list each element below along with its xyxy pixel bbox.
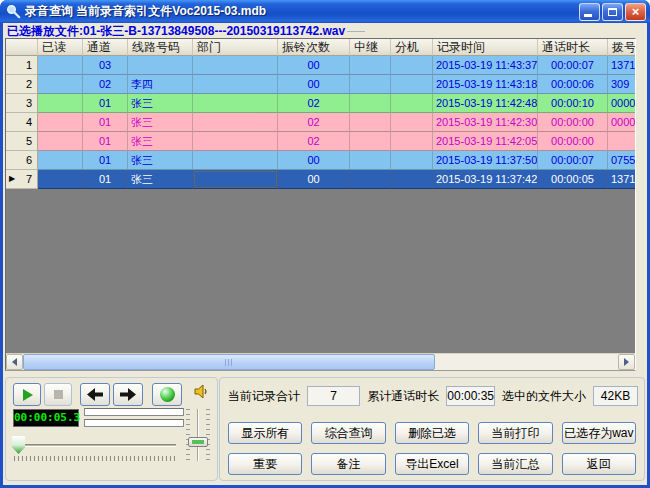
cell-dial[interactable]: 0000222: [608, 94, 635, 113]
cell-trunk[interactable]: [350, 75, 391, 94]
speaker-icon[interactable]: [193, 383, 210, 400]
column-header-trunk[interactable]: 中继: [350, 39, 391, 56]
table-row[interactable]: 401张三022015-03-19 11:42:3000:00:00000022…: [6, 113, 635, 132]
column-header-read[interactable]: 已读: [38, 39, 83, 56]
cell-duration[interactable]: 00:00:00: [538, 132, 608, 151]
cell-line[interactable]: [128, 56, 193, 75]
scroll-right-button[interactable]: [618, 354, 635, 370]
cell-line[interactable]: 张三: [128, 170, 193, 189]
maximize-button[interactable]: [602, 3, 623, 21]
play-button[interactable]: [13, 383, 41, 406]
cell-ext[interactable]: [391, 56, 433, 75]
cell-duration[interactable]: 00:00:05: [538, 170, 608, 189]
row-header-cell[interactable]: 3: [6, 94, 38, 113]
stop-button[interactable]: [44, 383, 72, 406]
cell-dept[interactable]: [193, 170, 278, 189]
cell-rings[interactable]: 00: [278, 56, 350, 75]
cell-dial[interactable]: [608, 132, 635, 151]
print-current-button[interactable]: 当前打印: [478, 422, 552, 444]
scroll-left-button[interactable]: [6, 354, 23, 370]
table-row[interactable]: 202李四002015-03-19 11:43:1800:00:06309: [6, 75, 635, 94]
cell-duration[interactable]: 00:00:10: [538, 94, 608, 113]
table-row[interactable]: 501张三022015-03-19 11:42:0500:00:00: [6, 132, 635, 151]
loop-button[interactable]: [152, 383, 182, 406]
column-header-time[interactable]: 记录时间: [433, 39, 538, 56]
cell-time[interactable]: 2015-03-19 11:42:48: [433, 94, 538, 113]
minimize-button[interactable]: [579, 3, 600, 21]
cell-line[interactable]: 张三: [128, 151, 193, 170]
return-button[interactable]: 返回: [562, 453, 636, 475]
row-header-cell[interactable]: 6: [6, 151, 38, 170]
scrollbar-thumb[interactable]: [23, 354, 435, 370]
cell-dept[interactable]: [193, 113, 278, 132]
cell-line[interactable]: 李四: [128, 75, 193, 94]
seek-thumb[interactable]: [12, 436, 25, 454]
row-header-cell[interactable]: 5: [6, 132, 38, 151]
cell-read[interactable]: [38, 75, 83, 94]
cell-ext[interactable]: [391, 94, 433, 113]
row-header-cell[interactable]: ▶7: [6, 170, 38, 189]
table-row[interactable]: 601张三002015-03-19 11:37:5000:00:07075526…: [6, 151, 635, 170]
header-corner-cell[interactable]: [6, 39, 38, 56]
cell-trunk[interactable]: [350, 151, 391, 170]
cell-time[interactable]: 2015-03-19 11:42:05: [433, 132, 538, 151]
cell-trunk[interactable]: [350, 94, 391, 113]
show-all-button[interactable]: 显示所有: [228, 422, 302, 444]
close-button[interactable]: ×: [625, 3, 646, 21]
cell-line[interactable]: 张三: [128, 132, 193, 151]
cell-rings[interactable]: 00: [278, 170, 350, 189]
cell-read[interactable]: [38, 56, 83, 75]
row-header-cell[interactable]: 2: [6, 75, 38, 94]
cell-ext[interactable]: [391, 170, 433, 189]
cell-channel[interactable]: 01: [83, 170, 128, 189]
cell-dial[interactable]: 1371384: [608, 56, 635, 75]
cell-rings[interactable]: 02: [278, 94, 350, 113]
cell-read[interactable]: [38, 151, 83, 170]
row-header-cell[interactable]: 1: [6, 56, 38, 75]
cell-channel[interactable]: 02: [83, 75, 128, 94]
cell-rings[interactable]: 02: [278, 113, 350, 132]
cell-line[interactable]: 张三: [128, 113, 193, 132]
cell-ext[interactable]: [391, 75, 433, 94]
column-header-dial[interactable]: 拨号: [608, 39, 635, 56]
seek-slider[interactable]: [12, 433, 178, 461]
cell-duration[interactable]: 00:00:07: [538, 151, 608, 170]
horizontal-scrollbar[interactable]: [6, 353, 635, 370]
cell-duration[interactable]: 00:00:07: [538, 56, 608, 75]
cell-ext[interactable]: [391, 151, 433, 170]
combined-query-button[interactable]: 综合查询: [311, 422, 385, 444]
cell-read[interactable]: [38, 94, 83, 113]
cell-ext[interactable]: [391, 132, 433, 151]
cell-time[interactable]: 2015-03-19 11:43:37: [433, 56, 538, 75]
cell-rings[interactable]: 02: [278, 132, 350, 151]
cell-channel[interactable]: 01: [83, 113, 128, 132]
column-header-duration[interactable]: 通话时长: [538, 39, 608, 56]
current-summary-button[interactable]: 当前汇总: [478, 453, 552, 475]
cell-dept[interactable]: [193, 94, 278, 113]
cell-line[interactable]: 张三: [128, 94, 193, 113]
cell-dept[interactable]: [193, 75, 278, 94]
cell-channel[interactable]: 01: [83, 132, 128, 151]
remark-button[interactable]: 备注: [311, 453, 385, 475]
table-row[interactable]: 301张三022015-03-19 11:42:4800:00:10000022…: [6, 94, 635, 113]
save-selected-wav-button[interactable]: 已选存为wav: [562, 422, 636, 444]
column-header-dept[interactable]: 部门: [193, 39, 278, 56]
cell-dept[interactable]: [193, 132, 278, 151]
cell-dept[interactable]: [193, 56, 278, 75]
cell-rings[interactable]: 00: [278, 75, 350, 94]
cell-dept[interactable]: [193, 151, 278, 170]
important-button[interactable]: 重要: [228, 453, 302, 475]
table-row[interactable]: 103002015-03-19 11:43:3700:00:071371384: [6, 56, 635, 75]
table-row[interactable]: ▶701张三002015-03-19 11:37:4200:00:0513713…: [6, 170, 635, 189]
cell-time[interactable]: 2015-03-19 11:37:50: [433, 151, 538, 170]
cell-time[interactable]: 2015-03-19 11:43:18: [433, 75, 538, 94]
cell-time[interactable]: 2015-03-19 11:37:42: [433, 170, 538, 189]
cell-read[interactable]: [38, 170, 83, 189]
delete-selected-button[interactable]: 删除已选: [395, 422, 469, 444]
seek-track[interactable]: [14, 444, 176, 447]
column-header-line[interactable]: 线路号码: [128, 39, 193, 56]
cell-dial[interactable]: 309: [608, 75, 635, 94]
cell-time[interactable]: 2015-03-19 11:42:30: [433, 113, 538, 132]
cell-dial[interactable]: 1371384: [608, 170, 635, 189]
next-button[interactable]: [113, 383, 143, 406]
